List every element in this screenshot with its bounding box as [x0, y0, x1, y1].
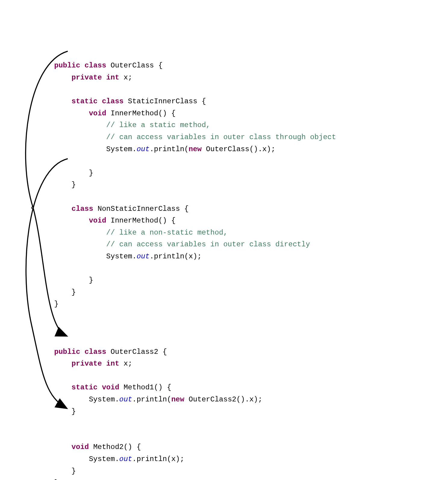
keyword-class: class: [102, 97, 123, 105]
keyword-void: void: [72, 443, 89, 451]
brace-close: }: [89, 276, 93, 284]
keyword-void: void: [89, 109, 106, 117]
brace: {: [197, 97, 206, 105]
keyword-void: void: [89, 217, 106, 225]
semicolon: ;: [128, 360, 132, 368]
comment-line: // like a static method,: [106, 121, 210, 129]
comment-line: // like a non-static method,: [106, 229, 228, 237]
comment-line: // can access variables in outer class d…: [106, 240, 310, 248]
method-name: InnerMethod(): [110, 109, 167, 117]
code-text: OuterClass().x);: [202, 145, 275, 153]
code-text: OuterClass2().x);: [184, 395, 262, 404]
method-name: Method2(): [93, 443, 132, 451]
brace: {: [158, 348, 167, 356]
arrow-intersection-marker: [32, 207, 33, 209]
field-ref: out: [119, 395, 132, 404]
code-text: System.: [106, 252, 137, 260]
keyword-static: static: [72, 97, 98, 105]
code-text: .println(x);: [132, 455, 184, 463]
comment-line: // can access variables in outer class t…: [106, 133, 336, 141]
keyword-public: public: [54, 61, 80, 70]
field-ref: out: [119, 455, 132, 463]
keyword-private: private: [72, 360, 102, 368]
brace: {: [167, 109, 176, 117]
class-name: OuterClass: [110, 61, 154, 70]
field-ref: out: [137, 252, 150, 260]
brace: {: [132, 443, 141, 451]
keyword-int: int: [106, 73, 119, 82]
method-name: Method1(): [123, 383, 163, 391]
code-text: System.: [89, 395, 119, 404]
code-text: System.: [89, 455, 119, 463]
field-name: x: [123, 360, 128, 368]
keyword-class: class: [85, 348, 106, 356]
brace-close: }: [72, 467, 76, 475]
code-text: System.: [106, 145, 137, 153]
brace: {: [167, 217, 176, 225]
brace-close: }: [72, 181, 76, 189]
brace-close: }: [72, 407, 76, 416]
method-name: InnerMethod(): [110, 217, 167, 225]
brace-close: }: [54, 479, 58, 480]
keyword-void: void: [102, 383, 119, 391]
class-name: NonStaticInnerClass: [98, 205, 180, 213]
brace-close: }: [72, 288, 76, 296]
brace-close: }: [54, 300, 58, 308]
class-name: OuterClass2: [110, 348, 158, 356]
keyword-new: new: [171, 395, 184, 404]
class-name: StaticInnerClass: [128, 97, 197, 105]
semicolon: ;: [128, 73, 132, 82]
brace: {: [180, 205, 189, 213]
keyword-class: class: [85, 61, 106, 70]
code-block: public class OuterClass { private int x;…: [54, 60, 430, 480]
keyword-int: int: [106, 360, 119, 368]
brace-close: }: [89, 169, 93, 177]
keyword-static: static: [72, 383, 98, 391]
brace: {: [154, 61, 163, 70]
keyword-private: private: [72, 73, 102, 82]
field-name: x: [123, 73, 128, 82]
keyword-public: public: [54, 348, 80, 356]
keyword-class: class: [72, 205, 93, 213]
field-ref: out: [137, 145, 150, 153]
code-text: .println(x);: [150, 252, 202, 260]
brace: {: [163, 383, 171, 391]
keyword-new: new: [189, 145, 202, 153]
code-text: .println(: [150, 145, 189, 153]
code-text: .println(: [132, 395, 171, 404]
